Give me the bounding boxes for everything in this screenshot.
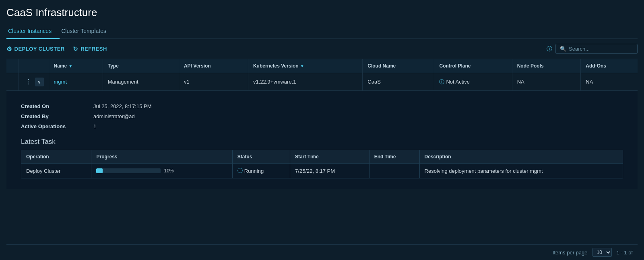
refresh-button[interactable]: ↻ REFRESH bbox=[73, 45, 107, 53]
deploy-cluster-button[interactable]: ⚙ DEPLOY CLUSTER bbox=[6, 45, 65, 53]
active-ops-value: 1 bbox=[93, 121, 623, 131]
tab-cluster-instances[interactable]: Cluster Instances bbox=[6, 24, 60, 39]
expanded-cell: Created On Jul 25, 2022, 8:17:15 PM Crea… bbox=[6, 91, 638, 189]
th-name: Name ▼ bbox=[49, 59, 103, 73]
task-start-time-cell: 7/25/22, 8:17 PM bbox=[290, 164, 369, 178]
table-row: ⋮ ∨ mgmt Management v1 v1.22.9+vmware.1 … bbox=[6, 73, 638, 91]
created-on-value: Jul 25, 2022, 8:17:15 PM bbox=[93, 101, 623, 111]
th-operation: Operation bbox=[21, 150, 91, 164]
tab-cluster-templates[interactable]: Cluster Templates bbox=[60, 24, 114, 39]
page-title: CaaS Infrastructure bbox=[6, 6, 638, 19]
search-icon: 🔍 bbox=[560, 46, 566, 52]
th-checkbox bbox=[6, 59, 19, 73]
th-start-time: Start Time bbox=[290, 150, 369, 164]
search-box: 🔍 bbox=[555, 44, 638, 54]
row-cloud-name-cell: CaaS bbox=[363, 73, 434, 91]
row-type-cell: Management bbox=[103, 73, 179, 91]
info-icon[interactable]: ⓘ bbox=[547, 45, 552, 53]
refresh-icon: ↻ bbox=[73, 45, 78, 53]
deploy-icon: ⚙ bbox=[6, 45, 12, 53]
toolbar-right: ⓘ 🔍 bbox=[547, 44, 638, 54]
sort-icon-name[interactable]: ▼ bbox=[68, 64, 72, 68]
latest-task-title: Latest Task bbox=[21, 138, 623, 146]
created-by-label: Created By bbox=[21, 111, 93, 121]
row-node-pools-cell: NA bbox=[512, 73, 581, 91]
table-container: Name ▼ Type API Version Kubernetes Versi… bbox=[6, 59, 638, 244]
task-operation-cell: Deploy Cluster bbox=[21, 164, 91, 178]
running-badge: ⓘ Running bbox=[237, 167, 285, 174]
task-header-row: Operation Progress Status Start Time End… bbox=[21, 150, 623, 164]
created-on-label: Created On bbox=[21, 101, 93, 111]
task-table: Operation Progress Status Start Time End… bbox=[21, 150, 623, 178]
info-circle-icon: ⓘ bbox=[439, 78, 444, 86]
items-per-page-label: Items per page bbox=[553, 250, 588, 256]
not-active-badge: ⓘ Not Active bbox=[439, 78, 507, 86]
expand-content: Created On Jul 25, 2022, 8:17:15 PM Crea… bbox=[11, 95, 633, 178]
active-ops-label: Active Operations bbox=[21, 121, 93, 131]
table-header-row: Name ▼ Type API Version Kubernetes Versi… bbox=[6, 59, 638, 73]
filter-icon-k8s[interactable]: ▼ bbox=[300, 64, 304, 68]
task-row: Deploy Cluster 10% bbox=[21, 164, 623, 178]
progress-cell: 10% bbox=[96, 168, 227, 174]
expanded-row: Created On Jul 25, 2022, 8:17:15 PM Crea… bbox=[6, 91, 638, 189]
footer-bar: Items per page 10 25 50 1 - 1 of bbox=[6, 244, 638, 260]
th-kubernetes-version: Kubernetes Version ▼ bbox=[248, 59, 362, 73]
row-add-ons-cell: NA bbox=[581, 73, 638, 91]
created-by-value: administrator@ad bbox=[93, 111, 623, 121]
row-name-cell: mgmt bbox=[49, 73, 103, 91]
task-progress-cell: 10% bbox=[91, 164, 232, 178]
inner-table-wrap: Operation Progress Status Start Time End… bbox=[21, 150, 623, 178]
expand-row-button[interactable]: ∨ bbox=[35, 78, 44, 86]
row-api-version-cell: v1 bbox=[179, 73, 248, 91]
progress-pct: 10% bbox=[164, 168, 175, 174]
running-icon: ⓘ bbox=[237, 167, 243, 174]
cluster-table: Name ▼ Type API Version Kubernetes Versi… bbox=[6, 59, 638, 189]
search-input[interactable] bbox=[569, 46, 633, 52]
th-description: Description bbox=[419, 150, 623, 164]
task-description-cell: Resolving deployment parameters for clus… bbox=[419, 164, 623, 178]
th-node-pools: Node Pools bbox=[512, 59, 581, 73]
kebab-menu-button[interactable]: ⋮ bbox=[24, 77, 33, 86]
th-cloud-name: Cloud Name bbox=[363, 59, 434, 73]
th-controls bbox=[19, 59, 49, 73]
items-per-page-select[interactable]: 10 25 50 bbox=[592, 248, 612, 257]
th-add-ons: Add-Ons bbox=[581, 59, 638, 73]
page-info: 1 - 1 of bbox=[617, 250, 633, 256]
th-type: Type bbox=[103, 59, 179, 73]
task-status-cell: ⓘ Running bbox=[232, 164, 290, 178]
progress-bar-fill bbox=[96, 168, 103, 173]
row-controls-cell: ⋮ ∨ bbox=[19, 73, 49, 91]
cluster-name-link[interactable]: mgmt bbox=[54, 79, 67, 85]
progress-bar-bg bbox=[96, 168, 161, 173]
th-api-version: API Version bbox=[179, 59, 248, 73]
row-k8s-version-cell: v1.22.9+vmware.1 bbox=[248, 73, 362, 91]
tabs-bar: Cluster Instances Cluster Templates bbox=[6, 24, 638, 39]
meta-grid: Created On Jul 25, 2022, 8:17:15 PM Crea… bbox=[21, 101, 623, 131]
th-progress: Progress bbox=[91, 150, 232, 164]
th-control-plane: Control Plane bbox=[434, 59, 512, 73]
page-wrapper: CaaS Infrastructure Cluster Instances Cl… bbox=[0, 0, 644, 260]
row-checkbox-cell bbox=[6, 73, 19, 91]
th-status: Status bbox=[232, 150, 290, 164]
task-end-time-cell bbox=[369, 164, 419, 178]
row-control-plane-cell: ⓘ Not Active bbox=[434, 73, 512, 91]
th-end-time: End Time bbox=[369, 150, 419, 164]
toolbar: ⚙ DEPLOY CLUSTER ↻ REFRESH ⓘ 🔍 bbox=[6, 39, 638, 59]
row-controls: ⋮ ∨ bbox=[24, 77, 44, 86]
